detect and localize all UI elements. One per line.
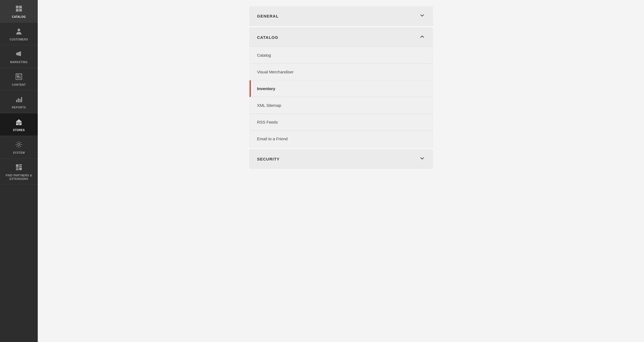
accordion-title-general: GENERAL bbox=[257, 14, 279, 18]
reports-icon bbox=[15, 95, 23, 104]
accordion-item-catalog-link[interactable]: Catalog bbox=[250, 47, 432, 63]
accordion-section-catalog: CATALOGCatalogVisual MerchandiserInvento… bbox=[249, 28, 433, 147]
svg-rect-20 bbox=[19, 164, 22, 165]
accordion-item-label-xml-sitemap: XML Sitemap bbox=[257, 103, 281, 108]
accordion-item-label-catalog-link: Catalog bbox=[257, 53, 271, 57]
svg-rect-11 bbox=[16, 100, 17, 102]
content-icon bbox=[15, 73, 23, 81]
svg-rect-14 bbox=[21, 97, 22, 102]
svg-rect-12 bbox=[18, 98, 19, 102]
svg-rect-15 bbox=[18, 122, 20, 125]
accordion-chevron-security bbox=[419, 156, 425, 162]
svg-rect-2 bbox=[16, 9, 19, 12]
accordion-chevron-catalog bbox=[419, 34, 425, 41]
accordion-header-security[interactable]: SECURITY bbox=[250, 150, 432, 168]
accordion-section-general: GENERAL bbox=[249, 6, 433, 26]
svg-rect-17 bbox=[20, 122, 21, 124]
sidebar-label-content: CONTENT bbox=[12, 83, 26, 87]
svg-rect-13 bbox=[19, 99, 20, 102]
accordion-item-email-to-friend[interactable]: Email to a Friend bbox=[250, 130, 432, 147]
sidebar: CATALOGCUSTOMERSMARKETINGCONTENTREPORTSS… bbox=[0, 0, 38, 342]
svg-rect-21 bbox=[19, 166, 22, 167]
sidebar-label-marketing: MARKETING bbox=[10, 60, 27, 64]
marketing-icon bbox=[15, 50, 23, 59]
accordion-body-catalog: CatalogVisual MerchandiserInventoryXML S… bbox=[250, 47, 432, 147]
svg-rect-19 bbox=[16, 164, 19, 167]
svg-point-4 bbox=[18, 29, 20, 31]
system-icon bbox=[15, 141, 23, 149]
svg-rect-24 bbox=[19, 167, 22, 170]
sidebar-item-stores[interactable]: STORES bbox=[0, 113, 38, 136]
accordion-header-general[interactable]: GENERAL bbox=[250, 7, 432, 25]
sidebar-item-system[interactable]: SYSTEM bbox=[0, 136, 38, 159]
svg-rect-22 bbox=[16, 167, 19, 169]
main-content: GENERALCATALOGCatalogVisual Merchandiser… bbox=[38, 0, 644, 342]
catalog-icon bbox=[15, 5, 23, 13]
svg-rect-1 bbox=[19, 6, 22, 8]
customers-icon bbox=[15, 28, 23, 36]
svg-rect-16 bbox=[16, 122, 18, 124]
accordion-item-label-visual-merchandiser: Visual Merchandiser bbox=[257, 70, 294, 74]
accordion-item-rss-feeds[interactable]: RSS Feeds bbox=[250, 114, 432, 130]
sidebar-label-catalog: CATALOG bbox=[12, 15, 26, 19]
accordion-item-visual-merchandiser[interactable]: Visual Merchandiser bbox=[250, 63, 432, 80]
sidebar-label-find-partners: FIND PARTNERS & EXTENSIONS bbox=[3, 174, 35, 181]
accordion-item-label-inventory: Inventory bbox=[257, 86, 275, 91]
find-partners-icon bbox=[15, 163, 23, 172]
sidebar-item-catalog[interactable]: CATALOG bbox=[0, 0, 38, 23]
accordion: GENERALCATALOGCatalogVisual Merchandiser… bbox=[249, 6, 433, 169]
svg-point-18 bbox=[18, 143, 20, 146]
svg-rect-5 bbox=[16, 53, 17, 55]
sidebar-label-system: SYSTEM bbox=[13, 151, 25, 155]
sidebar-label-reports: REPORTS bbox=[12, 106, 26, 109]
sidebar-label-stores: STORES bbox=[13, 128, 25, 132]
svg-rect-3 bbox=[19, 9, 22, 12]
accordion-title-catalog: CATALOG bbox=[257, 35, 278, 40]
accordion-item-xml-sitemap[interactable]: XML Sitemap bbox=[250, 97, 432, 114]
accordion-title-security: SECURITY bbox=[257, 157, 280, 161]
accordion-item-inventory[interactable]: Inventory bbox=[250, 80, 432, 97]
svg-rect-23 bbox=[16, 169, 19, 170]
accordion-section-security: SECURITY bbox=[249, 149, 433, 169]
sidebar-label-customers: CUSTOMERS bbox=[10, 38, 28, 41]
sidebar-item-reports[interactable]: REPORTS bbox=[0, 91, 38, 113]
sidebar-item-find-partners[interactable]: FIND PARTNERS & EXTENSIONS bbox=[0, 159, 38, 185]
accordion-item-label-email-to-friend: Email to a Friend bbox=[257, 136, 288, 141]
accordion-item-label-rss-feeds: RSS Feeds bbox=[257, 120, 278, 124]
accordion-chevron-general bbox=[419, 13, 425, 19]
accordion-header-catalog[interactable]: CATALOG bbox=[250, 28, 432, 47]
sidebar-item-content[interactable]: CONTENT bbox=[0, 68, 38, 91]
sidebar-item-customers[interactable]: CUSTOMERS bbox=[0, 23, 38, 45]
svg-rect-7 bbox=[17, 75, 19, 76]
sidebar-item-marketing[interactable]: MARKETING bbox=[0, 45, 38, 68]
svg-rect-0 bbox=[16, 6, 19, 8]
stores-icon bbox=[15, 118, 23, 127]
